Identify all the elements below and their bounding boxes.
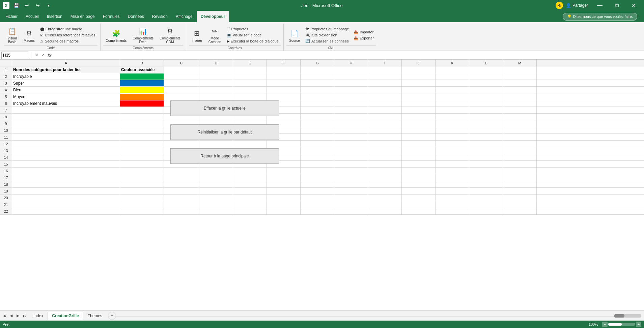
cell-J13[interactable] (402, 147, 436, 154)
cell-d5[interactable] (199, 93, 233, 100)
cell-reference[interactable]: H35 (1, 52, 28, 59)
cell-K13[interactable] (436, 147, 469, 154)
cell-k4[interactable] (436, 87, 469, 93)
cell-B19[interactable] (120, 188, 164, 194)
cell-G11[interactable] (301, 134, 334, 140)
col-header-c[interactable]: C (164, 60, 199, 66)
cell-A13[interactable] (12, 147, 120, 154)
cell-I14[interactable] (368, 154, 402, 160)
proprietes-mappage-btn[interactable]: 🗺 Propriétés du mappage (303, 26, 351, 32)
cell-C18[interactable] (164, 181, 199, 187)
cell-A8[interactable] (12, 114, 120, 120)
warning-icon[interactable]: ⚠ (556, 2, 563, 9)
cell-a6[interactable]: Incroyablement mauvais (12, 100, 120, 107)
cell-B15[interactable] (120, 161, 164, 167)
cell-e2[interactable] (233, 73, 267, 80)
cell-M15[interactable] (503, 161, 537, 167)
cell-D19[interactable] (199, 188, 233, 194)
cell-H18[interactable] (334, 181, 368, 187)
cell-H11[interactable] (334, 134, 368, 140)
cell-l1[interactable] (469, 66, 503, 73)
row-num-3[interactable]: 3 (0, 80, 12, 86)
row-num-5[interactable]: 5 (0, 93, 12, 100)
col-header-j[interactable]: J (402, 60, 436, 66)
cell-H14[interactable] (334, 154, 368, 160)
cell-b4[interactable] (120, 87, 164, 93)
cell-K16[interactable] (436, 168, 469, 174)
cell-G10[interactable] (301, 127, 334, 133)
cell-A14[interactable] (12, 154, 120, 160)
cell-j2[interactable] (402, 73, 436, 80)
mode-creation-btn[interactable]: ✏ ModeCréation (206, 25, 224, 45)
cell-A9[interactable] (12, 120, 120, 127)
cell-L21[interactable] (469, 201, 503, 208)
col-header-g[interactable]: G (301, 60, 334, 66)
cell-m3[interactable] (503, 80, 537, 86)
cell-h2[interactable] (334, 73, 368, 80)
cell-c3[interactable] (164, 80, 199, 86)
cell-A17[interactable] (12, 174, 120, 181)
cell-C17[interactable] (164, 174, 199, 181)
cell-A15[interactable] (12, 161, 120, 167)
cell-i2[interactable] (368, 73, 402, 80)
importer-btn[interactable]: 📥 Importer (352, 29, 376, 35)
cell-J8[interactable] (402, 114, 436, 120)
inserer-btn[interactable]: ⊞ Insérer (189, 25, 205, 45)
cell-h6[interactable] (334, 100, 368, 107)
cell-f5[interactable] (267, 93, 301, 100)
row-num-22[interactable]: 22 (0, 208, 12, 214)
tab-donnees[interactable]: Données (124, 11, 148, 22)
confirm-formula-btn[interactable]: ✓ (40, 53, 46, 58)
cell-F17[interactable] (267, 174, 301, 181)
cell-D20[interactable] (199, 195, 233, 201)
cell-E12[interactable] (233, 141, 267, 147)
col-header-l[interactable]: L (469, 60, 503, 66)
cell-l6[interactable] (469, 100, 503, 107)
cell-c4[interactable] (164, 87, 199, 93)
cell-B20[interactable] (120, 195, 164, 201)
cell-L9[interactable] (469, 120, 503, 127)
cell-G8[interactable] (301, 114, 334, 120)
tab-developpeur[interactable]: Développeur (197, 11, 229, 22)
cell-B9[interactable] (120, 120, 164, 127)
cell-i1[interactable] (368, 66, 402, 73)
cell-H9[interactable] (334, 120, 368, 127)
cell-k1[interactable] (436, 66, 469, 73)
cell-K20[interactable] (436, 195, 469, 201)
cell-L20[interactable] (469, 195, 503, 201)
cell-M7[interactable] (503, 107, 537, 113)
cell-B13[interactable] (120, 147, 164, 154)
cell-f2[interactable] (267, 73, 301, 80)
source-btn[interactable]: 📄 Source (286, 25, 303, 45)
tab-creationgrille[interactable]: CreationGrille (48, 312, 83, 320)
cell-L15[interactable] (469, 161, 503, 167)
cell-F21[interactable] (267, 201, 301, 208)
tab-themes[interactable]: Themes (83, 312, 107, 320)
cell-K21[interactable] (436, 201, 469, 208)
complements-com-btn[interactable]: ⚙ ComplémentsCOM (157, 25, 183, 45)
cell-I8[interactable] (368, 114, 402, 120)
cell-m6[interactable] (503, 100, 537, 107)
cell-D21[interactable] (199, 201, 233, 208)
cell-G19[interactable] (301, 188, 334, 194)
cell-B16[interactable] (120, 168, 164, 174)
cell-d4[interactable] (199, 87, 233, 93)
cell-C21[interactable] (164, 201, 199, 208)
col-header-h[interactable]: H (334, 60, 368, 66)
col-header-m[interactable]: M (503, 60, 537, 66)
cell-l4[interactable] (469, 87, 503, 93)
cell-M9[interactable] (503, 120, 537, 127)
cell-K9[interactable] (436, 120, 469, 127)
row-num-4[interactable]: 4 (0, 87, 12, 93)
actualiser-btn[interactable]: 🔄 Actualiser les données (303, 38, 351, 44)
col-header-e[interactable]: E (233, 60, 267, 66)
cell-B11[interactable] (120, 134, 164, 140)
prev-tab-btn[interactable]: ◀ (8, 313, 14, 319)
cell-l3[interactable] (469, 80, 503, 86)
cell-M14[interactable] (503, 154, 537, 160)
cell-m4[interactable] (503, 87, 537, 93)
cell-L13[interactable] (469, 147, 503, 154)
row-num-6[interactable]: 6 (0, 100, 12, 107)
col-header-d[interactable]: D (199, 60, 233, 66)
col-header-b[interactable]: B (120, 60, 164, 66)
